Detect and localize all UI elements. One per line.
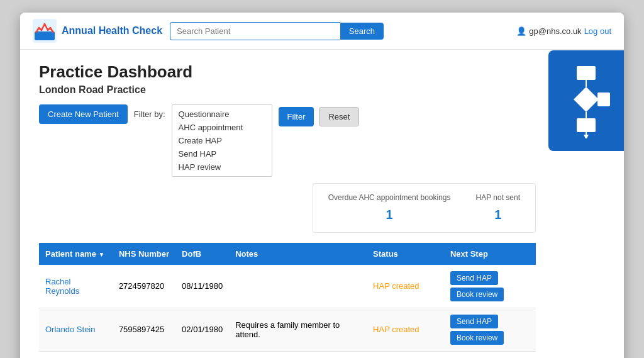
app-logo-icon [33, 19, 57, 43]
col-patient-name[interactable]: Patient name ▼ [39, 243, 113, 265]
svg-rect-2 [577, 66, 596, 80]
search-area: Search [170, 22, 384, 40]
col-dob: DofB [175, 243, 229, 265]
filter-option-send-hap[interactable]: Send HAP [172, 147, 272, 160]
patient-nhs: 7595897425 [113, 308, 175, 351]
overdue-label: Overdue AHC appointment bookings [328, 193, 451, 203]
svg-rect-1 [35, 31, 55, 40]
patient-actions: Send HAPBook review [444, 265, 536, 308]
patient-actions: Send HAPBook review [444, 308, 536, 351]
app-title: Annual Health Check [62, 25, 162, 36]
col-nhs-number: NHS Number [113, 243, 175, 265]
patient-dob: 08/11/1980 [175, 265, 229, 308]
page-title: Practice Dashboard [39, 62, 536, 82]
stats-box: Overdue AHC appointment bookings 1 HAP n… [313, 183, 536, 233]
col-next-step: Next Step [444, 243, 536, 265]
header: Annual Health Check Search 👤 gp@nhs.co.u… [20, 13, 624, 50]
patient-status: HAP created [367, 265, 444, 308]
patient-status: HAP created [367, 308, 444, 351]
action-button[interactable]: Send HAP [450, 271, 498, 285]
logout-link[interactable]: Log out [584, 26, 611, 36]
patient-dob: 02/01/1980 [175, 308, 229, 351]
table-header-row: Patient name ▼ NHS Number DofB Notes Sta… [39, 243, 536, 265]
hap-not-sent-label: HAP not sent [476, 193, 521, 203]
patient-dob: 20/09/1972 [175, 351, 229, 358]
toolbar-row: Create New Patient Filter by: Questionna… [39, 104, 536, 233]
patient-notes [229, 265, 367, 308]
create-patient-button[interactable]: Create New Patient [39, 104, 128, 124]
toolbar-left: Create New Patient Filter by: Questionna… [39, 104, 359, 177]
patient-notes: Requires a family member to attend. [229, 308, 367, 351]
filter-buttons: Filter Reset [279, 104, 360, 126]
patient-link[interactable]: Rachel Reynolds [45, 277, 79, 296]
patient-status: HAP shared [367, 351, 444, 358]
svg-rect-4 [577, 118, 596, 132]
toolbar-right: Overdue AHC appointment bookings 1 HAP n… [313, 183, 536, 233]
filter-option-hap-review[interactable]: HAP review [172, 160, 272, 174]
col-notes: Notes [229, 243, 367, 265]
filter-button[interactable]: Filter [279, 107, 314, 126]
action-button[interactable]: Send HAP [450, 315, 498, 328]
action-button[interactable]: Book review [450, 288, 504, 301]
filter-option-questionnaire[interactable]: Questionnaire [172, 108, 272, 121]
search-button[interactable]: Search [340, 23, 384, 40]
table-row: Orlando Stein759589742502/01/1980Require… [39, 308, 536, 351]
patients-table: Patient name ▼ NHS Number DofB Notes Sta… [39, 243, 536, 358]
hap-not-sent-stat: HAP not sent 1 [476, 193, 521, 223]
user-area: 👤 gp@nhs.co.uk Log out [516, 26, 611, 36]
patient-nhs: 8275876924 [113, 351, 175, 358]
hap-not-sent-value: 1 [494, 206, 501, 223]
table-row: Rachel Reynolds272459782008/11/1980HAP c… [39, 265, 536, 308]
reset-button[interactable]: Reset [319, 107, 359, 126]
svg-rect-5 [597, 92, 610, 106]
svg-marker-3 [574, 87, 599, 112]
search-input[interactable] [170, 22, 340, 40]
action-button[interactable]: Book review [450, 331, 504, 345]
filter-option-ahc[interactable]: AHC appointment [172, 121, 272, 134]
svg-marker-9 [584, 135, 589, 138]
practice-name: London Road Practice [39, 84, 536, 96]
patient-link[interactable]: Orlando Stein [45, 325, 96, 334]
flowchart-icon [548, 50, 624, 151]
patient-notes: Requires better physical access and supp… [229, 351, 367, 358]
filter-option-create-hap[interactable]: Create HAP [172, 134, 272, 147]
overdue-value: 1 [386, 206, 393, 223]
col-status: Status [367, 243, 444, 265]
main-content: Practice Dashboard London Road Practice … [20, 50, 624, 358]
logo-area: Annual Health Check [33, 19, 162, 43]
patient-nhs: 2724597820 [113, 265, 175, 308]
user-email: gp@nhs.co.uk [529, 26, 581, 36]
filter-label: Filter by: [134, 104, 165, 119]
overdue-stat: Overdue AHC appointment bookings 1 [328, 193, 451, 223]
table-row: Merrill Parrish827587692420/09/1972Requi… [39, 351, 536, 358]
filter-dropdown[interactable]: Questionnaire AHC appointment Create HAP… [172, 104, 272, 177]
user-icon: 👤 [516, 26, 526, 36]
patient-actions: Book review [444, 351, 536, 358]
